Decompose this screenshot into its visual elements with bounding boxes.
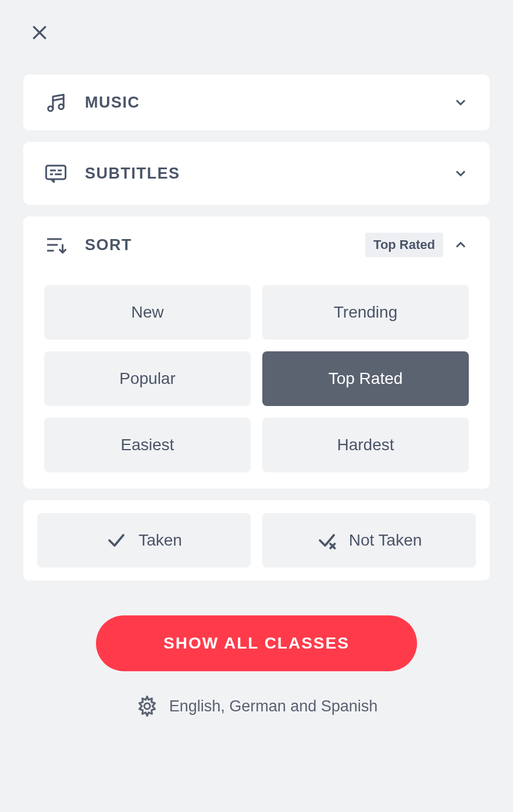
- sort-title: SORT: [85, 236, 132, 254]
- taken-section: Taken Not Taken: [23, 500, 490, 580]
- sort-section: SORT Top Rated New Trending Popular Top …: [23, 216, 490, 489]
- language-settings-row[interactable]: English, German and Spanish: [136, 695, 378, 718]
- music-title: MUSIC: [85, 94, 140, 112]
- chevron-down-icon: [453, 165, 469, 181]
- svg-point-14: [144, 703, 150, 709]
- subtitles-icon: [44, 162, 67, 185]
- filter-not-taken-label: Not Taken: [349, 531, 422, 550]
- sort-header[interactable]: SORT Top Rated: [44, 233, 469, 257]
- subtitles-title: SUBTITLES: [85, 165, 180, 183]
- filter-not-taken[interactable]: Not Taken: [262, 513, 476, 568]
- sort-option-easiest[interactable]: Easiest: [44, 418, 251, 472]
- chevron-up-icon: [453, 237, 469, 253]
- check-x-icon: [316, 530, 337, 551]
- sort-icon: [44, 233, 67, 257]
- show-all-classes-button[interactable]: SHOW ALL CLASSES: [96, 615, 417, 671]
- filter-taken-label: Taken: [138, 531, 182, 550]
- close-button[interactable]: [30, 23, 49, 44]
- close-icon: [30, 23, 49, 42]
- check-icon: [106, 530, 127, 551]
- svg-rect-4: [46, 166, 65, 179]
- sort-option-hardest[interactable]: Hardest: [262, 418, 469, 472]
- sort-option-popular[interactable]: Popular: [44, 351, 251, 406]
- language-list: English, German and Spanish: [169, 697, 378, 715]
- filter-taken[interactable]: Taken: [37, 513, 251, 568]
- gear-icon: [136, 695, 159, 718]
- subtitles-section[interactable]: SUBTITLES: [23, 142, 490, 205]
- sort-current-badge: Top Rated: [365, 233, 443, 257]
- sort-option-new[interactable]: New: [44, 285, 251, 340]
- sort-option-trending[interactable]: Trending: [262, 285, 469, 340]
- music-section[interactable]: MUSIC: [23, 74, 490, 130]
- chevron-down-icon: [453, 94, 469, 111]
- music-icon: [44, 91, 67, 114]
- sort-option-top-rated[interactable]: Top Rated: [262, 351, 469, 406]
